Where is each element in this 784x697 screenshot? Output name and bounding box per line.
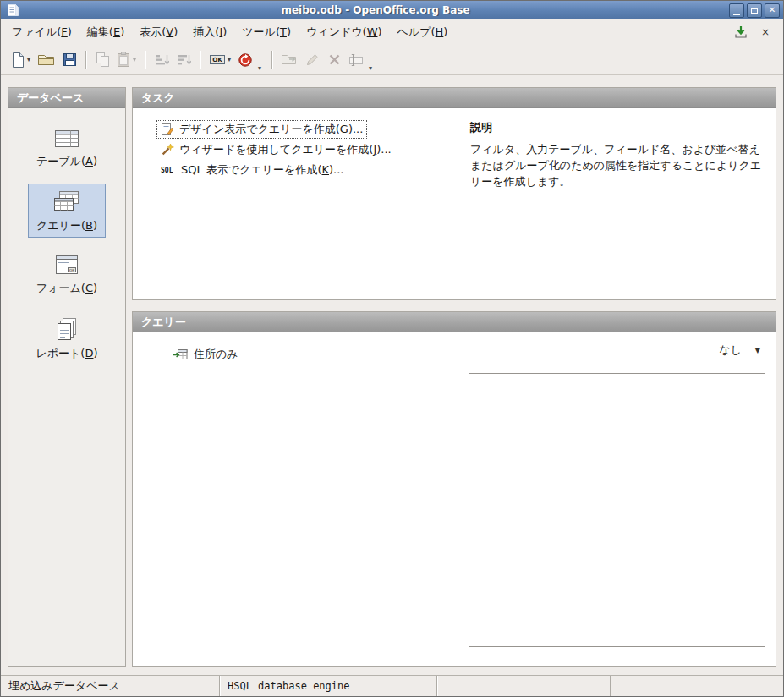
save-icon xyxy=(63,52,77,67)
open-button[interactable] xyxy=(34,48,58,71)
menu-tools[interactable]: ツール(T) xyxy=(234,20,299,44)
design-view-icon xyxy=(161,123,174,136)
paste-icon xyxy=(117,52,131,68)
description-text: フィルタ、入力テーブル、フィールド名、および並べ替えまたはグループ化のための属性… xyxy=(470,141,764,189)
menu-edit[interactable]: 編集(E) xyxy=(79,20,132,44)
menu-insert[interactable]: 挿入(I) xyxy=(185,20,234,44)
new-document-icon xyxy=(11,52,25,69)
refresh-icon xyxy=(238,52,253,68)
close-button[interactable]: ✕ xyxy=(765,3,780,18)
sidebar-item-forms[interactable]: OK フォーム(C) xyxy=(28,248,106,300)
sidebar-item-reports[interactable]: レポート(D) xyxy=(27,310,106,365)
sort-descending-icon xyxy=(177,53,191,67)
app-icon xyxy=(7,4,19,17)
rename-button[interactable] xyxy=(345,48,367,71)
description-title: 説明 xyxy=(470,120,764,135)
sql-icon: SQL xyxy=(161,167,176,174)
copy-button[interactable] xyxy=(91,48,113,71)
reports-icon xyxy=(55,317,79,341)
delete-icon xyxy=(328,53,341,66)
dropdown-caret-icon: ▾ xyxy=(27,56,30,63)
minimize-icon xyxy=(733,14,740,15)
maximize-icon xyxy=(751,8,758,14)
toolbar-overflow-icon[interactable]: ▾ xyxy=(369,64,372,72)
save-button[interactable] xyxy=(58,48,80,71)
tables-icon xyxy=(54,129,79,149)
toolbar-separator xyxy=(200,51,200,69)
sidebar-item-label: テーブル(A) xyxy=(36,154,97,169)
database-sidebar: データベース テーブル(A) クエリー(B) OK フォーム(C) レポート(D… xyxy=(8,87,126,667)
query-list: 住所のみ xyxy=(133,332,458,666)
menu-window[interactable]: ウィンドウ(W) xyxy=(299,20,390,44)
toolbar-overflow-icon[interactable]: ▾ xyxy=(258,64,261,72)
forms-icon: OK xyxy=(54,255,79,276)
update-download-icon[interactable] xyxy=(734,25,748,39)
description-pane: 説明 フィルタ、入力テーブル、フィールド名、および並べ替えまたはグループ化のため… xyxy=(458,108,776,299)
content-area: データベース テーブル(A) クエリー(B) OK フォーム(C) レポート(D… xyxy=(1,75,783,675)
statusbar-segment xyxy=(610,676,783,696)
queries-header: クエリー xyxy=(133,312,776,332)
statusbar: 埋め込みデータベース HSQL database engine xyxy=(1,675,783,696)
delete-button[interactable] xyxy=(323,48,345,71)
chevron-down-icon: ▼ xyxy=(755,347,760,354)
task-create-query-wizard[interactable]: ウィザードを使用してクエリーを作成(J)... xyxy=(157,141,395,158)
query-item-label: 住所のみ xyxy=(194,347,238,362)
open-icon xyxy=(37,52,55,67)
edit-button[interactable] xyxy=(301,48,323,71)
toolbar-separator xyxy=(85,51,86,69)
queries-icon xyxy=(53,190,80,213)
form-ok-icon: OK xyxy=(209,53,226,66)
preview-box xyxy=(469,373,765,647)
sort-ascending-button[interactable] xyxy=(151,48,173,71)
toolbar-separator xyxy=(271,51,272,69)
open-database-object-button[interactable] xyxy=(277,48,301,71)
dropdown-caret-icon: ▾ xyxy=(133,56,136,63)
minimize-button[interactable] xyxy=(729,3,744,18)
form-button[interactable]: OK ▾ xyxy=(206,48,234,71)
menu-file[interactable]: ファイル(F) xyxy=(4,20,79,44)
task-create-query-sql[interactable]: SQL SQL 表示でクエリーを作成(K)... xyxy=(157,162,347,178)
refresh-button[interactable] xyxy=(234,48,256,71)
menu-view[interactable]: 表示(V) xyxy=(132,20,185,44)
tasks-header: タスク xyxy=(133,88,776,108)
preview-dropdown[interactable]: なし ▼ xyxy=(714,341,765,359)
toolbar-separator xyxy=(145,51,145,69)
query-item-juusho-nomi[interactable]: 住所のみ xyxy=(170,346,241,363)
paste-button[interactable]: ▾ xyxy=(113,48,140,71)
menubar: ファイル(F) 編集(E) 表示(V) 挿入(I) ツール(T) ウィンドウ(W… xyxy=(1,19,783,45)
task-list: デザイン表示でクエリーを作成(G)... ウィザードを使用してクエリーを作成(J… xyxy=(133,108,458,299)
base-window: meibo.odb - OpenOffice.org Base ✕ ファイル(F… xyxy=(0,0,784,697)
task-label: デザイン表示でクエリーを作成(G)... xyxy=(179,122,363,137)
close-document-icon[interactable]: × xyxy=(758,25,773,40)
sidebar-item-label: フォーム(C) xyxy=(36,281,97,296)
svg-text:OK: OK xyxy=(69,268,74,272)
sidebar-header: データベース xyxy=(8,88,125,108)
task-label: SQL 表示でクエリーを作成(K)... xyxy=(181,162,343,178)
preview-pane: なし ▼ xyxy=(458,332,776,666)
task-create-query-design[interactable]: デザイン表示でクエリーを作成(G)... xyxy=(157,121,366,138)
window-title: meibo.odb - OpenOffice.org Base xyxy=(22,4,729,16)
dropdown-caret-icon: ▾ xyxy=(228,56,231,63)
new-document-button[interactable]: ▾ xyxy=(8,48,34,71)
main-column: タスク デザイン表示でクエリーを作成(G)... ウィザード xyxy=(132,87,776,667)
task-label: ウィザードを使用してクエリーを作成(J)... xyxy=(179,142,392,157)
open-database-object-icon xyxy=(281,52,298,67)
sidebar-item-label: クエリー(B) xyxy=(36,218,97,233)
rename-icon xyxy=(348,53,364,67)
preview-dropdown-value: なし xyxy=(719,343,742,358)
main-toolbar: ▾ ▾ OK ▾ ▾ xyxy=(1,45,783,75)
menu-help[interactable]: ヘルプ(H) xyxy=(390,20,456,44)
sort-ascending-icon xyxy=(155,53,169,67)
close-icon: ✕ xyxy=(769,6,776,14)
maximize-button[interactable] xyxy=(747,3,762,18)
query-icon xyxy=(173,348,188,360)
tasks-panel: タスク デザイン表示でクエリーを作成(G)... ウィザード xyxy=(132,87,776,300)
svg-text:OK: OK xyxy=(212,57,222,63)
sort-descending-button[interactable] xyxy=(173,48,195,71)
copy-icon xyxy=(96,52,110,68)
sidebar-item-label: レポート(D) xyxy=(36,346,97,361)
statusbar-database-type: 埋め込みデータベース xyxy=(1,676,219,696)
sidebar-item-tables[interactable]: テーブル(A) xyxy=(28,122,106,173)
sidebar-item-queries[interactable]: クエリー(B) xyxy=(28,184,106,238)
queries-panel: クエリー 住所のみ なし ▼ xyxy=(132,311,776,667)
